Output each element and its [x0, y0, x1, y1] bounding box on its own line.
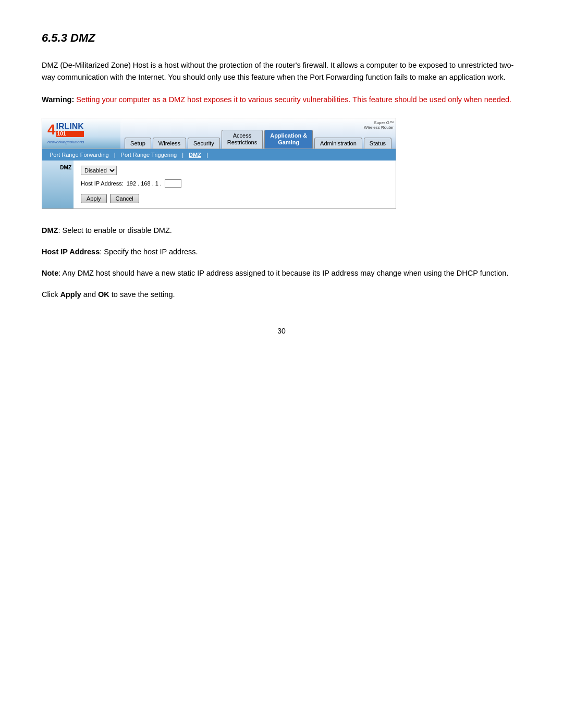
- desc-click-apply: Click Apply and OK to save the setting.: [42, 289, 521, 301]
- tab-security[interactable]: Security: [188, 138, 220, 149]
- click-apply-bold1: Apply: [60, 290, 81, 299]
- router-sidebar: DMZ: [42, 161, 74, 208]
- cancel-button[interactable]: Cancel: [110, 194, 139, 203]
- desc-dmz-text: : Select to enable or disable DMZ.: [58, 226, 172, 235]
- logo-brand: IRLINK: [56, 122, 84, 131]
- subnav-port-range-triggering[interactable]: Port Range Triggering: [117, 151, 181, 159]
- subnav-sep-3: |: [206, 152, 208, 158]
- click-apply-prefix: Click: [42, 290, 60, 299]
- host-ip-label: Host IP Address:: [81, 180, 124, 187]
- tab-status[interactable]: Status: [364, 138, 391, 149]
- host-ip-row: Host IP Address: 192 . 168 . 1 .: [81, 179, 388, 188]
- router-logo-area: 4 IRLINK 101 networkingsolutions: [42, 118, 120, 149]
- ip-prefix: 192 . 168 . 1 .: [127, 180, 162, 187]
- desc-note: Note: Any DMZ host should have a new sta…: [42, 267, 521, 279]
- warning-text-content: Setting your computer as a DMZ host expo…: [74, 95, 511, 104]
- tab-application-gaming[interactable]: Application &Gaming: [264, 130, 313, 148]
- intro-paragraph: DMZ (De-Militarized Zone) Host is a host…: [42, 59, 521, 83]
- logo-sub: 101: [56, 131, 84, 137]
- desc-note-bold: Note: [42, 269, 58, 277]
- logo-number: 4: [47, 122, 56, 137]
- desc-dmz-bold: DMZ: [42, 226, 58, 235]
- click-apply-bold2: OK: [98, 290, 109, 299]
- host-ip-last-octet[interactable]: [165, 179, 181, 188]
- desc-note-text: : Any DMZ host should have a new static …: [58, 269, 508, 277]
- tab-access-restrictions[interactable]: AccessRestrictions: [222, 130, 263, 148]
- logo-networking: networkingsolutions: [47, 140, 84, 144]
- router-ui-screenshot: 4 IRLINK 101 networkingsolutions Super G…: [42, 118, 396, 209]
- nav-area: Setup Wireless Security AccessRestrictio…: [120, 118, 396, 149]
- action-buttons: Apply Cancel: [81, 194, 388, 203]
- router-content: DMZ Disabled Enabled Host IP Address: 19…: [42, 161, 396, 208]
- tab-administration[interactable]: Administration: [314, 138, 362, 149]
- warning-bold-label: Warning:: [42, 95, 74, 104]
- sub-nav: Port Range Forwarding | Port Range Trigg…: [42, 149, 396, 161]
- super-g-badge: Super G™Wireless Router: [364, 120, 394, 130]
- click-apply-end: to save the setting.: [109, 290, 175, 299]
- apply-button[interactable]: Apply: [81, 194, 107, 203]
- warning-paragraph: Warning: Setting your computer as a DMZ …: [42, 94, 521, 106]
- dmz-select[interactable]: Disabled Enabled: [81, 166, 117, 175]
- subnav-sep-1: |: [114, 152, 116, 158]
- desc-host-ip-bold: Host IP Address: [42, 248, 100, 256]
- airlink-logo: 4 IRLINK 101: [47, 122, 84, 137]
- logo-irlink: IRLINK 101: [56, 122, 84, 137]
- desc-host-ip-text: : Specify the host IP address.: [100, 248, 198, 256]
- sidebar-dmz-label: DMZ: [60, 165, 71, 170]
- page-number: 30: [42, 327, 521, 335]
- nav-tabs: Setup Wireless Security AccessRestrictio…: [120, 130, 396, 148]
- desc-dmz: DMZ: Select to enable or disable DMZ.: [42, 225, 521, 237]
- subnav-dmz[interactable]: DMZ: [185, 151, 205, 159]
- tab-wireless[interactable]: Wireless: [153, 138, 186, 149]
- router-header: 4 IRLINK 101 networkingsolutions Super G…: [42, 118, 396, 149]
- page-title: 6.5.3 DMZ: [42, 31, 521, 45]
- desc-host-ip: Host IP Address: Specify the host IP add…: [42, 246, 521, 258]
- subnav-port-range-forwarding[interactable]: Port Range Forwarding: [45, 151, 113, 159]
- tab-setup[interactable]: Setup: [125, 138, 151, 149]
- subnav-sep-2: |: [182, 152, 183, 158]
- click-apply-and: and: [81, 290, 98, 299]
- dmz-dropdown-row: Disabled Enabled: [81, 166, 388, 175]
- router-main: Disabled Enabled Host IP Address: 192 . …: [74, 161, 396, 208]
